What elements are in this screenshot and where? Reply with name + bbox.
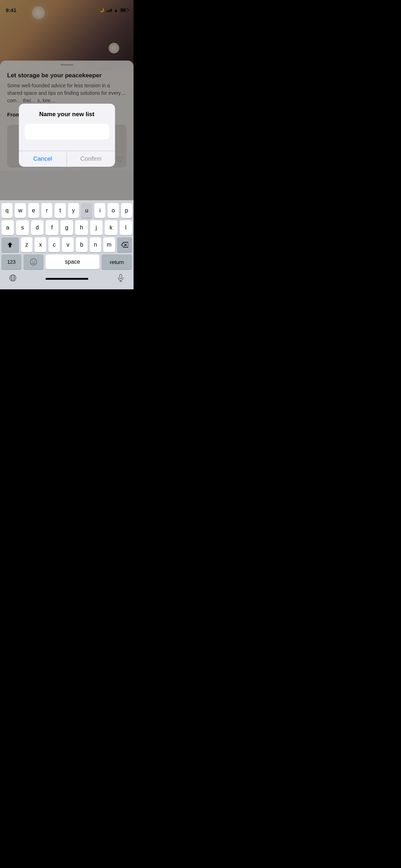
key-p[interactable]: p bbox=[121, 203, 132, 218]
key-o[interactable]: o bbox=[108, 203, 119, 218]
svg-point-1 bbox=[32, 261, 33, 262]
key-b[interactable]: b bbox=[76, 237, 88, 252]
home-indicator bbox=[46, 278, 88, 280]
modal-dialog: Name your new list Cancel Confirm bbox=[19, 104, 115, 167]
modal-content: Name your new list bbox=[19, 104, 115, 145]
svg-point-2 bbox=[34, 261, 35, 262]
shift-key[interactable] bbox=[1, 237, 19, 252]
key-e[interactable]: e bbox=[28, 203, 39, 218]
globe-icon[interactable] bbox=[9, 274, 17, 284]
key-r[interactable]: r bbox=[41, 203, 52, 218]
list-name-input[interactable] bbox=[25, 124, 109, 139]
key-z[interactable]: z bbox=[21, 237, 33, 252]
key-m[interactable]: m bbox=[103, 237, 115, 252]
backspace-key[interactable] bbox=[117, 237, 132, 252]
key-a[interactable]: a bbox=[1, 220, 14, 235]
key-q[interactable]: q bbox=[1, 203, 12, 218]
key-d[interactable]: d bbox=[31, 220, 43, 235]
numbers-key[interactable]: 123 bbox=[1, 254, 21, 269]
return-key[interactable]: return bbox=[101, 254, 132, 269]
key-g[interactable]: g bbox=[61, 220, 73, 235]
emoji-key[interactable] bbox=[24, 254, 43, 269]
key-l[interactable]: l bbox=[120, 220, 132, 235]
microphone-icon[interactable] bbox=[116, 274, 125, 284]
keyboard: q w e r t y u i o p a s d f g h j k l z … bbox=[0, 200, 134, 289]
key-u[interactable]: u bbox=[81, 203, 92, 218]
key-k[interactable]: k bbox=[105, 220, 117, 235]
key-y[interactable]: y bbox=[68, 203, 79, 218]
keyboard-row-1: q w e r t y u i o p bbox=[1, 203, 132, 218]
space-key[interactable]: space bbox=[46, 254, 99, 269]
key-v[interactable]: v bbox=[62, 237, 74, 252]
key-x[interactable]: x bbox=[35, 237, 46, 252]
confirm-button[interactable]: Confirm bbox=[67, 151, 115, 167]
keyboard-row-4: 123 space return bbox=[1, 254, 132, 269]
key-c[interactable]: c bbox=[48, 237, 60, 252]
keyboard-row-3: z x c v b n m bbox=[1, 237, 132, 252]
modal-title: Name your new list bbox=[25, 111, 109, 118]
key-t[interactable]: t bbox=[54, 203, 66, 218]
key-f[interactable]: f bbox=[46, 220, 58, 235]
key-j[interactable]: j bbox=[90, 220, 103, 235]
key-s[interactable]: s bbox=[16, 220, 28, 235]
key-h[interactable]: h bbox=[75, 220, 88, 235]
svg-point-0 bbox=[30, 259, 37, 265]
keyboard-row-2: a s d f g h j k l bbox=[1, 220, 132, 235]
modal-buttons: Cancel Confirm bbox=[19, 151, 115, 167]
keyboard-bottom-bar bbox=[1, 272, 132, 288]
key-i[interactable]: i bbox=[94, 203, 105, 218]
cancel-button[interactable]: Cancel bbox=[19, 151, 67, 167]
key-w[interactable]: w bbox=[15, 203, 26, 218]
svg-rect-8 bbox=[120, 274, 122, 279]
key-n[interactable]: n bbox=[90, 237, 101, 252]
